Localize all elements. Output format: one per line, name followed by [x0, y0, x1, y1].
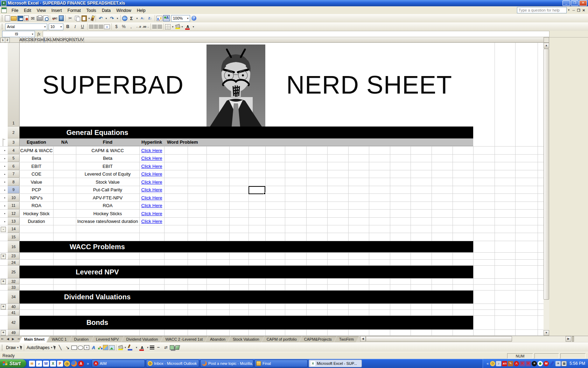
equation-cell[interactable]: Hockey Stick: [20, 211, 53, 216]
firefox-icon[interactable]: [71, 361, 77, 367]
borders-dropdown[interactable]: ▾: [171, 23, 174, 30]
tray-mcafee-icon[interactable]: M: [544, 361, 549, 366]
hyperlink-cell[interactable]: Click Here: [139, 156, 164, 161]
bold-button[interactable]: B: [64, 23, 71, 30]
row-header[interactable]: 23: [8, 253, 20, 259]
row-header[interactable]: 25: [8, 266, 20, 278]
redo-dropdown[interactable]: ▾: [116, 15, 119, 21]
percent-icon[interactable]: %: [120, 23, 127, 30]
sheet-tab[interactable]: Abandon: [205, 336, 230, 342]
separator[interactable]: [155, 15, 155, 21]
insert-picture-icon[interactable]: [109, 345, 115, 350]
horizontal-scroll-thumb[interactable]: [366, 336, 512, 342]
row-header[interactable]: 12: [8, 210, 20, 217]
scroll-down-icon[interactable]: ▼: [544, 330, 549, 336]
equation-cell[interactable]: Value: [20, 179, 53, 185]
sheet-tab[interactable]: Dividend Valuation: [121, 336, 163, 342]
size-dropdown-icon[interactable]: ▾: [59, 25, 63, 28]
name-box-dropdown-icon[interactable]: ▾: [30, 33, 35, 36]
column-header[interactable]: D: [29, 37, 32, 43]
powerpoint-icon[interactable]: P: [57, 361, 63, 367]
scroll-up-icon[interactable]: ▲: [544, 43, 549, 48]
superbad-banner-image[interactable]: SUPERBAD: [20, 43, 473, 127]
close-button[interactable]: ✕: [579, 0, 587, 6]
line-style-icon[interactable]: [150, 346, 154, 349]
increase-indent-icon[interactable]: [158, 25, 162, 29]
font-name-combo[interactable]: Arial ▾: [5, 23, 47, 30]
equation-cell[interactable]: EBIT: [20, 164, 53, 169]
taskbar-button[interactable]: Final: [254, 360, 308, 367]
help-icon[interactable]: ?: [191, 16, 196, 21]
draw-menu[interactable]: Draw▾: [5, 345, 20, 351]
row-header[interactable]: 6: [8, 162, 20, 170]
previous-sheet-icon[interactable]: ◀: [5, 336, 10, 342]
shadow-style-icon[interactable]: [170, 345, 174, 350]
paste-icon[interactable]: [82, 15, 87, 21]
sort-descending-icon[interactable]: Z↓: [147, 15, 153, 21]
scroll-left-icon[interactable]: ◀: [360, 336, 366, 342]
toolbar-grip[interactable]: [1, 23, 3, 30]
column-header[interactable]: M: [53, 37, 56, 43]
levered-npv-bar[interactable]: Levered NPV: [20, 266, 473, 278]
column-header[interactable]: H: [41, 37, 44, 43]
toolbar-grip[interactable]: [1, 345, 3, 351]
sheet-tab[interactable]: WACC 2 -Levered 1st: [160, 336, 208, 342]
column-header[interactable]: K: [48, 37, 50, 43]
currency-icon[interactable]: $: [113, 23, 120, 30]
arrow-style-icon[interactable]: ⇄: [162, 345, 169, 351]
column-header[interactable]: U: [78, 37, 81, 43]
workbook-close-button[interactable]: ✕: [582, 8, 585, 12]
fill-color-dropdown[interactable]: ▾: [124, 345, 127, 351]
row-header[interactable]: 5: [8, 155, 20, 162]
undo-dropdown[interactable]: ▾: [105, 15, 108, 21]
borders-icon[interactable]: [165, 24, 170, 29]
selected-cell-I9[interactable]: [248, 186, 265, 194]
sheet-tab[interactable]: TwoFirm: [334, 336, 359, 342]
tray-spider-icon[interactable]: ✳: [532, 361, 537, 366]
sort-ascending-icon[interactable]: A↓: [139, 15, 146, 21]
outline-level-2-button[interactable]: 2: [5, 38, 10, 43]
fill-color-dropdown[interactable]: ▾: [181, 23, 184, 30]
row-header[interactable]: 4: [8, 146, 20, 154]
equation-cell[interactable]: CAPM & WACC: [20, 148, 53, 153]
menu-item[interactable]: Tools: [84, 7, 99, 14]
tray-aim-icon[interactable]: A: [514, 361, 519, 366]
vertical-scrollbar[interactable]: ▲ ▼: [544, 37, 549, 336]
find-cell[interactable]: Hockey Sticks: [76, 211, 139, 216]
select-objects-icon[interactable]: [54, 345, 57, 350]
column-header[interactable]: A: [20, 37, 22, 43]
column-header[interactable]: V: [81, 37, 84, 43]
minimize-button[interactable]: _: [562, 0, 570, 6]
row-header[interactable]: 34: [8, 291, 20, 304]
menu-item[interactable]: Format: [65, 7, 84, 14]
cut-icon[interactable]: ✂: [67, 15, 74, 21]
wacc-problems-bar[interactable]: WACC Problems: [20, 241, 473, 252]
sheet-tab[interactable]: Duration: [69, 336, 93, 342]
hyperlink-cell[interactable]: Click Here: [139, 148, 164, 153]
separator[interactable]: [96, 15, 96, 21]
internet-explorer-icon[interactable]: e: [36, 361, 42, 367]
hyperlink-cell[interactable]: Click Here: [139, 219, 164, 224]
dash-style-icon[interactable]: ┅: [155, 345, 162, 351]
collapse-outline-button[interactable]: -: [1, 227, 6, 232]
hyperlink-cell[interactable]: Click Here: [139, 187, 164, 192]
dividend-valuations-bar[interactable]: Dividend Valuations: [20, 291, 473, 304]
find-cell[interactable]: CAPM & WACC: [76, 148, 139, 153]
start-button[interactable]: Start: [0, 359, 26, 368]
row-header-selected[interactable]: 9: [8, 186, 20, 193]
col-header-na[interactable]: NA: [53, 139, 76, 145]
column-header[interactable]: C: [26, 37, 29, 43]
diagram-icon[interactable]: [97, 346, 102, 350]
col-header-equation[interactable]: Equation: [20, 139, 53, 145]
sheet-tab[interactable]: WACC 1: [47, 336, 71, 342]
column-header[interactable]: E: [32, 37, 35, 43]
tray-clock-icon[interactable]: ◷: [490, 361, 495, 366]
tray-spybot-icon[interactable]: [538, 361, 543, 366]
scroll-right-icon[interactable]: ▶: [566, 336, 571, 342]
align-left-icon[interactable]: [89, 25, 93, 29]
sheet-tab[interactable]: Stock Valuation: [228, 336, 264, 342]
first-sheet-icon[interactable]: ⇤: [0, 336, 5, 342]
separator[interactable]: [65, 15, 65, 21]
zoom-dropdown-icon[interactable]: ▾: [186, 17, 190, 20]
column-header[interactable]: G: [37, 37, 41, 43]
